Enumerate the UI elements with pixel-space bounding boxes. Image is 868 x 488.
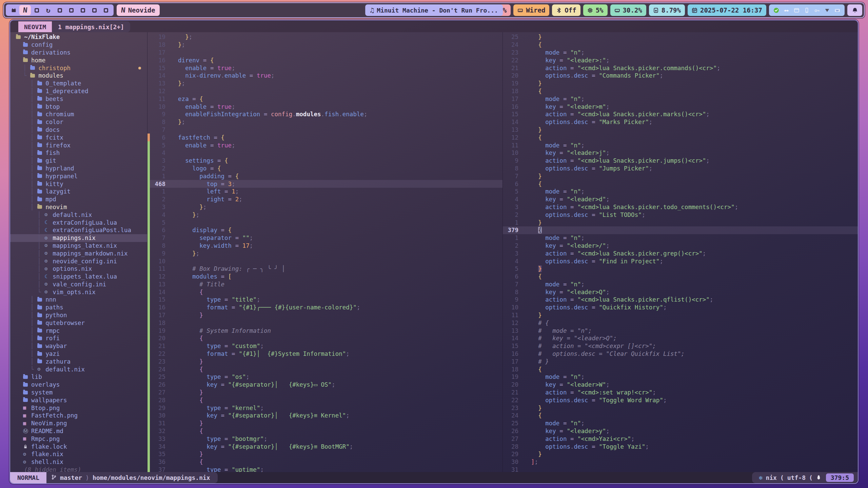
tree-item-qutebrowser[interactable]: │ qutebrowser — [10, 319, 147, 327]
clock-widget[interactable]: 2025-07-22 16:37 — [688, 4, 766, 16]
code-line[interactable]: 9 }; — [147, 249, 502, 257]
workspace-2-active[interactable]: N — [19, 5, 31, 15]
code-line[interactable]: 11 } — [503, 311, 858, 319]
code-line[interactable]: 3 action = "<cmd>lua Snacks.picker.todo_… — [503, 203, 858, 211]
code-line[interactable]: 16 direnv = { — [147, 56, 502, 64]
code-line[interactable]: 1 mode = "n"; — [503, 234, 858, 242]
tree-item-shell-nix[interactable]: ⚙shell.nix — [10, 458, 147, 466]
tree-item-color[interactable]: │ color — [10, 118, 147, 126]
code-line[interactable]: 4 — [147, 149, 502, 157]
disk-widget[interactable]: 8.79% — [649, 4, 685, 16]
code-line[interactable]: 18 { — [503, 365, 858, 373]
workspace-1[interactable] — [8, 5, 19, 15]
code-line[interactable]: 16 # options.desc = "Clear Quickfix List… — [503, 350, 858, 358]
code-line[interactable]: 27 } — [147, 389, 502, 396]
workspace-4[interactable]: ↻ — [42, 5, 54, 15]
code-line[interactable]: 3 }; — [147, 203, 502, 211]
code-line[interactable]: 13 } — [503, 126, 858, 134]
tree-item-chromium[interactable]: │ chromium — [10, 110, 147, 118]
code-line[interactable]: 11 mode = "n"; — [503, 141, 858, 149]
tree-item-git[interactable]: │ git — [10, 157, 147, 165]
code-line[interactable]: 20 options.desc = "Commands Picker"; — [503, 72, 858, 80]
tree-item-waybar[interactable]: │ waybar — [10, 342, 147, 350]
notifications-button[interactable] — [847, 4, 862, 16]
code-line[interactable]: 16 format = "{#1}╭─── {#}{user-name-colo… — [147, 304, 502, 311]
code-line[interactable]: 12 — [147, 87, 502, 95]
workspace-7[interactable] — [77, 5, 88, 15]
keyboard-icon[interactable] — [834, 7, 840, 13]
code-line[interactable]: 7 — [147, 126, 502, 134]
tree-item-zathura[interactable]: │ zathura — [10, 358, 147, 365]
mustache-icon[interactable] — [784, 7, 789, 13]
code-line[interactable]: 13 # Title — [147, 281, 502, 288]
tree-item-vim-opts-nix[interactable]: └ ⚙vim_opts.nix — [10, 288, 147, 296]
code-line[interactable]: 7 mode = "n"; — [503, 281, 858, 288]
tree-item-hyprland[interactable]: │ hyprland — [10, 165, 147, 172]
active-window-title[interactable]: N Neovide — [117, 4, 160, 16]
code-line[interactable]: 8 }; — [147, 118, 502, 126]
code-line[interactable]: 17 # } — [503, 358, 858, 365]
code-line[interactable]: 1 left = 1; — [147, 188, 502, 196]
network-widget[interactable]: Wired — [513, 4, 549, 16]
code-line[interactable]: 28 options.desc = "Toggle Yazi"; — [503, 443, 858, 450]
code-line[interactable]: 31 } — [147, 420, 502, 427]
code-line[interactable]: 25 } — [503, 33, 858, 41]
tree-item-derivations[interactable]: derivations — [10, 49, 147, 57]
code-line[interactable]: 10 options.desc = "Quickfix History"; — [503, 304, 858, 311]
tree-item-neovim-png[interactable]: ▦NeoVim.png — [10, 420, 147, 427]
code-line[interactable]: 9 action = "<cmd>lua Snacks.picker.jumps… — [503, 157, 858, 165]
code-line[interactable]: 24 { — [147, 365, 502, 373]
tree-item-overlays[interactable]: overlays — [10, 381, 147, 389]
code-line[interactable]: 468 top = 3; — [147, 180, 502, 188]
tree-item-home[interactable]: home — [10, 56, 147, 64]
code-line[interactable]: 25 mode = "n"; — [503, 420, 858, 427]
tree-item-mappings-nix[interactable]: │ ⚙mappings.nix — [10, 234, 147, 242]
tree-item-flake-nix[interactable]: ⚙flake.nix — [10, 450, 147, 458]
code-line[interactable]: 17 } — [147, 311, 502, 319]
tree-item-mappings-markdown-nix[interactable]: │ ⚙mappings_markdown.nix — [10, 249, 147, 257]
check-circle-icon[interactable] — [773, 7, 779, 13]
code-line[interactable]: 19 }; — [147, 33, 502, 41]
code-line[interactable]: 3 settings = { — [147, 157, 502, 165]
tree-item-neovim[interactable]: │ neovim — [10, 203, 147, 211]
code-line[interactable]: 2 right = 2; — [147, 196, 502, 203]
tree-item-nnn[interactable]: │ nnn — [10, 296, 147, 304]
tree-item-rmpc[interactable]: │ rmpc — [10, 327, 147, 334]
tree-item-hyprpanel[interactable]: │ hyprpanel — [10, 172, 147, 180]
code-line[interactable]: 6 display = { — [147, 226, 502, 234]
tree-item-readme-md[interactable]: ⓂREADME.md — [10, 427, 147, 435]
triangle-icon[interactable] — [824, 7, 830, 13]
code-line[interactable]: 5 — [147, 219, 502, 226]
tree-item-paths[interactable]: │ paths — [10, 304, 147, 311]
code-line[interactable]: 23 } — [503, 404, 858, 412]
code-line[interactable]: 14 # key = "<leader>Q"; — [503, 334, 858, 342]
code-line[interactable]: 5 } — [503, 265, 858, 273]
code-line[interactable]: 11 # Box Drawing: ╭ ─ ╮ ╰ ╯ │ — [147, 265, 502, 273]
code-line[interactable]: 18 { — [503, 87, 858, 95]
tree-item-yazi[interactable]: │ yazi — [10, 350, 147, 358]
phone-icon[interactable] — [804, 7, 810, 13]
tree-item-modules[interactable]: └ modules — [10, 72, 147, 80]
code-line[interactable]: 7 separator = ""; — [147, 234, 502, 242]
code-line[interactable]: 10 key = "<leader>j"; — [503, 149, 858, 157]
code-line[interactable]: 1 padding = { — [147, 172, 502, 180]
workspace-3[interactable] — [31, 5, 42, 15]
tree-item-system[interactable]: system — [10, 389, 147, 396]
tree-item-lazygit[interactable]: │ lazygit — [10, 188, 147, 196]
code-line[interactable]: 13 }; — [147, 80, 502, 87]
tree-item-firefox[interactable]: │ firefox — [10, 141, 147, 149]
media-player-widget[interactable]: ♫ Minuit Machine - Don't Run Fro... — [365, 4, 503, 16]
tree-item-mpd[interactable]: │ mpd — [10, 196, 147, 203]
code-line[interactable]: 8 key = "<leader>Q"; — [503, 288, 858, 296]
code-line[interactable]: 9 action = "<cmd>lua Snacks.picker.qflis… — [503, 296, 858, 304]
tab-mappings-nix[interactable]: 1 mappings.nix[2+] — [52, 21, 130, 32]
tree-item-fastfetch-png[interactable]: ▦FastFetch.png — [10, 412, 147, 420]
tree-item-extraconfiglua-lua[interactable]: │ ☾extraConfigLua.lua — [10, 219, 147, 226]
code-line[interactable]: 11 eza = { — [147, 95, 502, 103]
tree-item-neovide-config-ini[interactable]: │ ⚙neovide_config.ini — [10, 257, 147, 265]
tree-item-rofi[interactable]: │ rofi — [10, 334, 147, 342]
tree-item-docs[interactable]: │ docs — [10, 126, 147, 134]
code-line[interactable]: 4 key = "<leader>d"; — [503, 196, 858, 203]
code-line[interactable]: 23 } — [147, 358, 502, 365]
code-line[interactable]: 14 nix-direnv.enable = true; — [147, 72, 502, 80]
